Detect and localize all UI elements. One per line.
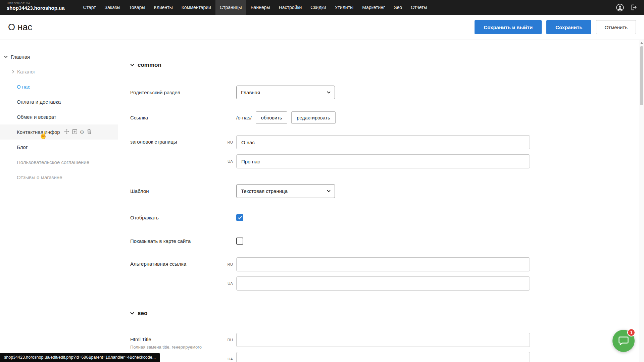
link-label: Ссылка: [130, 115, 224, 120]
sidebar-item-catalog[interactable]: Каталог: [0, 64, 118, 79]
cancel-button[interactable]: Отменить: [596, 20, 636, 34]
chevron-down-icon: [4, 56, 8, 58]
lang-stack: RU UA: [224, 333, 530, 362]
field-sitemap: Показывать в карте сайта: [130, 238, 644, 245]
alt-link-ru-input[interactable]: [236, 257, 530, 271]
sidebar-item-label: О нас: [17, 84, 30, 90]
field-html-title: Html Title Полная замена title, генериру…: [130, 333, 644, 362]
vertical-scrollbar[interactable]: [639, 40, 644, 362]
nav-clients[interactable]: Клиенты: [150, 0, 177, 15]
sidebar-item-label: Каталог: [17, 69, 36, 74]
brand-logo[interactable]: HOROSHOP V4 shop34423.horoshop.ua: [0, 0, 65, 15]
parent-section-select[interactable]: Главная: [236, 86, 335, 99]
nav-products[interactable]: Товары: [125, 0, 149, 15]
section-common[interactable]: common: [130, 61, 644, 69]
sidebar-item-exchange-return[interactable]: Обмен и возврат: [0, 109, 118, 124]
pages-tree: Каталог О нас Оплата и доставка Обмен и …: [0, 64, 118, 185]
html-title-label: Html Title Полная замена title, генериру…: [130, 333, 224, 350]
field-page-title: заголовок страницы RU UA: [130, 135, 644, 168]
display-label: Отображать: [130, 215, 224, 220]
field-link: Ссылка /o-nas/ обновить редактировать: [130, 111, 644, 124]
nav-start[interactable]: Старт: [79, 0, 100, 15]
nav-discounts[interactable]: Скидки: [306, 0, 330, 15]
sidebar-item-store-reviews[interactable]: Отзывы о магазине: [0, 170, 118, 185]
nav-marketing[interactable]: Маркетинг: [358, 0, 389, 15]
field-alt-link: Альтернативная ссылка RU UA: [130, 257, 644, 291]
page-title: О нас: [8, 22, 32, 33]
chat-badge: 1: [627, 328, 635, 337]
top-nav: Старт Заказы Товары Клиенты Комментарии …: [79, 0, 432, 15]
sidebar-item-label: Отзывы о магазине: [17, 174, 62, 180]
field-parent-section: Родительский раздел Главная: [130, 86, 644, 99]
field-template: Шаблон Текстовая страница: [130, 184, 644, 198]
nav-comments[interactable]: Комментарии: [177, 0, 215, 15]
tree-item-actions: ⚙: [64, 129, 92, 135]
logout-icon[interactable]: [630, 4, 637, 11]
account-icon[interactable]: [616, 3, 624, 12]
add-page-icon[interactable]: [72, 129, 77, 135]
save-exit-button[interactable]: Сохранить и выйти: [475, 20, 542, 34]
sidebar-item-about[interactable]: О нас: [0, 79, 118, 94]
scrollbar-thumb[interactable]: [640, 46, 643, 105]
sidebar-item-label: Главная: [11, 54, 30, 60]
pages-tree-sidebar: Главная Каталог О нас Оплата и доставка …: [0, 40, 118, 362]
lang-ru-badge: RU: [224, 140, 233, 144]
save-button[interactable]: Сохранить: [546, 20, 591, 34]
section-seo[interactable]: seo: [130, 310, 644, 317]
page-title-ru-input[interactable]: [236, 135, 530, 149]
sidebar-item-label: Обмен и возврат: [17, 114, 56, 120]
chevron-down-icon: [130, 64, 134, 66]
lang-ua-badge: UA: [224, 159, 233, 163]
template-select[interactable]: Текстовая страница: [236, 184, 335, 198]
sitemap-label: Показывать в карте сайта: [130, 238, 224, 244]
sidebar-item-payment-delivery[interactable]: Оплата и доставка: [0, 94, 118, 109]
chat-bubble-icon: [618, 336, 629, 346]
sidebar-item-label: Оплата и доставка: [17, 99, 61, 105]
delete-icon[interactable]: [87, 129, 92, 135]
alt-link-label: Альтернативная ссылка: [130, 257, 224, 267]
link-edit-button[interactable]: редактировать: [291, 111, 335, 124]
sidebar-item-home[interactable]: Главная: [0, 51, 118, 62]
section-title: common: [138, 62, 161, 68]
nav-pages[interactable]: Страницы: [215, 0, 246, 15]
alt-link-ua-input[interactable]: [236, 276, 530, 291]
chevron-right-icon: [12, 70, 14, 73]
lang-stack: RU UA: [224, 257, 530, 291]
html-title-ua-input[interactable]: [236, 352, 530, 362]
select-value: Главная: [241, 90, 260, 95]
select-value: Текстовая страница: [241, 188, 288, 194]
field-display: Отображать: [130, 214, 644, 221]
lang-ua-badge: UA: [224, 281, 233, 286]
nav-settings[interactable]: Настройки: [275, 0, 306, 15]
brand-version: HOROSHOP V4: [7, 2, 65, 5]
html-title-ru-input[interactable]: [236, 333, 530, 347]
gear-icon[interactable]: ⚙: [80, 130, 84, 135]
link-path: /o-nas/: [236, 115, 252, 120]
page-title-ua-input[interactable]: [236, 154, 530, 168]
scroll-up-icon[interactable]: [639, 40, 644, 46]
chat-launcher[interactable]: 1: [612, 330, 635, 352]
hand-cursor-icon: ☝: [39, 131, 48, 139]
sidebar-item-contact-info[interactable]: Контактная инфор ⚙ ☝: [0, 124, 118, 140]
html-title-label-text: Html Title: [130, 337, 151, 342]
sidebar-item-user-agreement[interactable]: Пользовательское соглашение: [0, 155, 118, 170]
sidebar-item-blog[interactable]: Блог: [0, 140, 118, 155]
nav-utilities[interactable]: Утилиты: [331, 0, 358, 15]
move-icon[interactable]: [64, 129, 69, 135]
status-url-tooltip: shop34423.horoshop.ua/edit/edit.php?id=6…: [0, 353, 160, 362]
nav-seo[interactable]: Seo: [389, 0, 406, 15]
template-label: Шаблон: [130, 188, 224, 194]
section-title: seo: [138, 310, 147, 317]
sidebar-item-label: Контактная инфор: [17, 129, 60, 135]
lang-ua-badge: UA: [224, 357, 233, 361]
chevron-down-icon: [327, 91, 331, 94]
nav-banners[interactable]: Баннеры: [246, 0, 275, 15]
nav-orders[interactable]: Заказы: [100, 0, 125, 15]
nav-reports[interactable]: Отчеты: [406, 0, 431, 15]
check-icon: [238, 216, 242, 219]
lang-ru-badge: RU: [224, 338, 233, 342]
brand-domain: shop34423.horoshop.ua: [7, 5, 65, 11]
display-checkbox[interactable]: [236, 214, 243, 221]
link-refresh-button[interactable]: обновить: [256, 111, 287, 124]
sitemap-checkbox[interactable]: [236, 238, 243, 245]
